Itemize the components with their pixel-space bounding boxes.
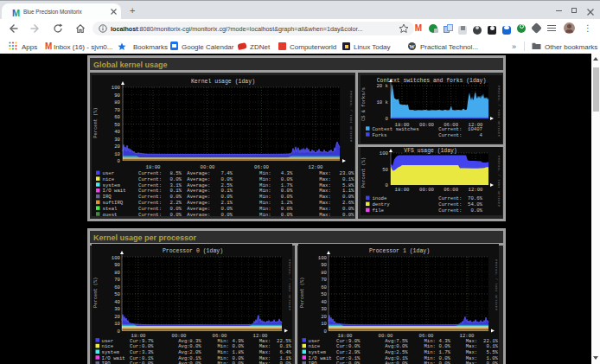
svg-text:0.0%: 0.0% xyxy=(470,208,482,214)
svg-text:VFS usage (1day): VFS usage (1day) xyxy=(404,148,456,154)
svg-text:20: 20 xyxy=(321,314,327,320)
svg-text:60: 60 xyxy=(114,284,120,291)
svg-text:Current:: Current: xyxy=(438,195,462,201)
svg-text:M: M xyxy=(12,8,20,17)
svg-text:0.0%: 0.0% xyxy=(396,361,408,364)
svg-text:06:00: 06:00 xyxy=(444,187,459,193)
svg-text:0.0%: 0.0% xyxy=(232,361,244,364)
svg-text:Cur:: Cur: xyxy=(336,361,348,364)
svg-text:0.0%: 0.0% xyxy=(169,212,182,216)
svg-text:100: 100 xyxy=(112,85,121,91)
svg-text:0: 0 xyxy=(386,182,389,188)
svg-text:CS & forks/s: CS & forks/s xyxy=(361,87,367,121)
svg-text:0.0%: 0.0% xyxy=(486,361,498,364)
svg-text:Percent (%): Percent (%) xyxy=(93,107,99,138)
svg-text:Avg:: Avg: xyxy=(385,361,397,364)
svg-text:30: 30 xyxy=(114,306,120,312)
svg-text:20: 20 xyxy=(114,314,120,320)
svg-text:Min:: Min: xyxy=(259,212,271,216)
svg-text:60: 60 xyxy=(114,114,120,120)
svg-text:10: 10 xyxy=(321,321,327,327)
svg-text:Processor 1 (1day): Processor 1 (1day) xyxy=(369,248,430,254)
svg-text:50: 50 xyxy=(382,167,388,173)
svg-text:Percent (%): Percent (%) xyxy=(300,277,305,308)
svg-text:Forks: Forks xyxy=(372,132,386,138)
svg-text:Current:: Current: xyxy=(438,132,462,138)
svg-text:100: 100 xyxy=(380,150,389,156)
svg-text:50: 50 xyxy=(114,122,120,128)
svg-text:20: 20 xyxy=(114,144,120,150)
svg-text:0: 0 xyxy=(118,158,121,164)
svg-text:guest: guest xyxy=(103,212,118,216)
svg-text:Percent (%): Percent (%) xyxy=(361,157,367,188)
svg-text:10 k: 10 k xyxy=(376,99,388,105)
svg-text:Percent (%): Percent (%) xyxy=(93,277,99,308)
svg-text:0.0%: 0.0% xyxy=(348,361,361,364)
svg-text:Current:: Current: xyxy=(438,201,462,208)
svg-text:Processor 0 (1day): Processor 0 (1day) xyxy=(163,248,223,254)
svg-text:Average:: Average: xyxy=(187,212,210,216)
svg-text:0.0%: 0.0% xyxy=(342,212,354,216)
svg-text:70: 70 xyxy=(114,107,120,113)
svg-text:0.0%: 0.0% xyxy=(220,212,233,216)
svg-text:0.0%: 0.0% xyxy=(281,212,293,216)
svg-text:dentry: dentry xyxy=(372,201,390,208)
svg-text:Max:: Max: xyxy=(466,361,478,364)
svg-text:RRDTOOL / TOBI OETIKER: RRDTOOL / TOBI OETIKER xyxy=(288,259,291,311)
svg-text:4: 4 xyxy=(480,132,483,138)
svg-text:50: 50 xyxy=(114,291,120,297)
svg-text:06:00: 06:00 xyxy=(254,164,270,170)
svg-text:100: 100 xyxy=(112,255,121,261)
svg-text:RRDTOOL / TOBI OETIKER: RRDTOOL / TOBI OETIKER xyxy=(349,91,353,143)
svg-text:IRQ: IRQ xyxy=(309,361,318,364)
svg-text:0.0%: 0.0% xyxy=(438,361,450,364)
svg-text:20 k: 20 k xyxy=(376,83,388,89)
svg-text:80: 80 xyxy=(114,270,120,276)
svg-text:100: 100 xyxy=(318,255,328,261)
svg-text:30: 30 xyxy=(321,306,327,312)
svg-text:Kernel usage (1day): Kernel usage (1day) xyxy=(191,79,255,85)
svg-text:00:00: 00:00 xyxy=(419,187,435,193)
svg-text:Avg:: Avg: xyxy=(178,361,190,364)
svg-text:18:00: 18:00 xyxy=(146,164,162,170)
svg-text:40: 40 xyxy=(114,129,120,135)
svg-text:80: 80 xyxy=(114,99,120,105)
svg-text:80: 80 xyxy=(321,270,327,276)
svg-text:0: 0 xyxy=(386,116,389,122)
svg-text:0: 0 xyxy=(118,329,121,335)
svg-text:00:00: 00:00 xyxy=(201,164,216,170)
svg-text:90: 90 xyxy=(321,262,327,268)
svg-text:0.0%: 0.0% xyxy=(189,361,201,364)
svg-text:54.0%: 54.0% xyxy=(468,201,483,208)
svg-text:file: file xyxy=(372,208,384,214)
svg-text:0.0%: 0.0% xyxy=(279,361,291,364)
svg-text:50: 50 xyxy=(321,291,327,297)
svg-text:Current:: Current: xyxy=(438,208,462,214)
svg-text:Current:: Current: xyxy=(138,212,162,216)
svg-text:70: 70 xyxy=(321,277,327,283)
svg-text:10: 10 xyxy=(114,321,120,327)
svg-text:Min:: Min: xyxy=(424,361,436,364)
svg-text:60: 60 xyxy=(321,284,327,291)
svg-text:70: 70 xyxy=(114,277,120,283)
svg-text:Cur:: Cur: xyxy=(130,361,142,364)
svg-text:RRDTOOL / TOBI OETIKER: RRDTOOL / TOBI OETIKER xyxy=(495,259,498,311)
svg-text:40: 40 xyxy=(321,299,327,305)
svg-text:00:00: 00:00 xyxy=(419,122,435,128)
svg-text:Context switches and forks (1: Context switches and forks (1day) xyxy=(377,78,487,84)
svg-text:12:00: 12:00 xyxy=(309,164,324,170)
svg-text:10: 10 xyxy=(114,151,120,157)
svg-text:0: 0 xyxy=(324,329,328,335)
svg-text:12:00: 12:00 xyxy=(469,187,484,193)
svg-text:RRDTOOL / TOBI OETIKER: RRDTOOL / TOBI OETIKER xyxy=(497,156,501,208)
svg-text:40: 40 xyxy=(114,299,120,305)
svg-text:18:00: 18:00 xyxy=(395,187,411,193)
svg-text:Max:: Max: xyxy=(259,361,271,364)
svg-text:70.6%: 70.6% xyxy=(468,195,483,201)
svg-text:0.0%: 0.0% xyxy=(142,361,154,364)
svg-text:inode: inode xyxy=(372,195,387,201)
svg-text:30: 30 xyxy=(114,137,120,143)
svg-text:IRQ: IRQ xyxy=(102,361,112,364)
svg-text:90: 90 xyxy=(114,93,120,99)
svg-text:RRDTOOL / TOBI OETIKER: RRDTOOL / TOBI OETIKER xyxy=(497,86,501,137)
